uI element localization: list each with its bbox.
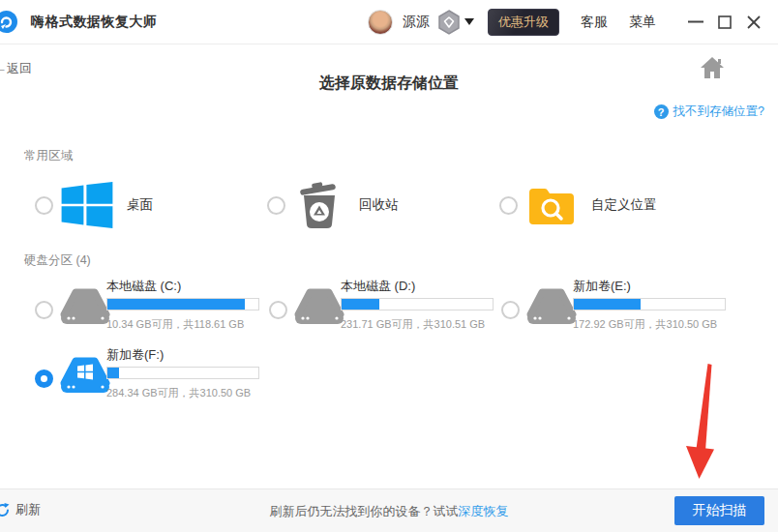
- question-icon: ?: [654, 104, 669, 119]
- membership-badge-icon[interactable]: [437, 10, 461, 35]
- refresh-hint: 刷新后仍无法找到你的设备？试试深度恢复: [0, 503, 778, 520]
- radio-recycle-bin[interactable]: [267, 196, 285, 215]
- drive-usage-fill: [107, 368, 119, 378]
- hard-drive-icon: [526, 288, 577, 329]
- deep-recovery-link[interactable]: 深度恢复: [459, 504, 509, 518]
- minimize-button[interactable]: [681, 8, 710, 37]
- option-custom-location[interactable]: 自定义位置: [499, 180, 657, 230]
- option-recycle-bin-label: 回收站: [359, 196, 399, 214]
- drive-usage-text: 284.34 GB可用，共310.50 GB: [106, 386, 251, 400]
- titlebar: 嗨格式数据恢复大师 源源 优惠升级 客服 菜单: [0, 0, 778, 44]
- drive-usage-bar: [341, 298, 494, 310]
- option-desktop[interactable]: 桌面: [35, 180, 153, 230]
- help-link[interactable]: ? 找不到存储位置?: [654, 103, 764, 120]
- drive-usage-bar: [106, 298, 259, 310]
- drive-name: 新加卷(E:): [573, 278, 631, 295]
- upgrade-button[interactable]: 优惠升级: [488, 9, 559, 36]
- drive-usage-fill: [574, 299, 641, 310]
- drive-name: 新加卷(F:): [106, 346, 164, 364]
- drive-usage-text: 10.34 GB可用，共118.61 GB: [106, 317, 244, 332]
- chevron-down-icon[interactable]: [464, 18, 474, 25]
- radio-desktop[interactable]: [35, 196, 53, 215]
- radio-drive-f-selected[interactable]: [35, 369, 53, 388]
- hard-drive-icon: [294, 288, 344, 329]
- app-title: 嗨格式数据恢复大师: [31, 14, 158, 31]
- drive-usage-text: 231.71 GB可用，共310.51 GB: [341, 317, 485, 332]
- drive-item-c[interactable]: 本地磁盘 (C:) 10.34 GB可用，共118.61 GB: [29, 277, 261, 335]
- menu-button[interactable]: 菜单: [629, 14, 656, 31]
- windows-logo-icon: [59, 180, 115, 230]
- avatar[interactable]: [368, 10, 393, 35]
- drive-name: 本地磁盘 (D:): [341, 278, 415, 295]
- option-custom-location-label: 自定义位置: [591, 196, 657, 214]
- radio-drive-d[interactable]: [269, 301, 287, 319]
- radio-drive-c[interactable]: [35, 301, 53, 319]
- start-scan-button[interactable]: 开始扫描: [674, 496, 764, 525]
- page-title: 选择原数据存储位置: [0, 74, 778, 94]
- radio-custom-location[interactable]: [499, 196, 518, 215]
- radio-drive-e[interactable]: [501, 301, 520, 319]
- app-window: 嗨格式数据恢复大师 源源 优惠升级 客服 菜单: [0, 0, 778, 532]
- option-recycle-bin[interactable]: 回收站: [267, 180, 399, 230]
- drive-usage-text: 172.92 GB可用，共310.50 GB: [573, 317, 717, 332]
- drive-item-d[interactable]: 本地磁盘 (D:) 231.71 GB可用，共310.51 GB: [263, 277, 495, 335]
- support-link[interactable]: 客服: [581, 14, 608, 31]
- drive-usage-fill: [342, 299, 379, 310]
- common-section-title: 常用区域: [24, 148, 73, 164]
- username[interactable]: 源源: [403, 14, 430, 31]
- drives-section-title: 硬盘分区 (4): [24, 252, 91, 269]
- hard-drive-icon: [60, 288, 110, 329]
- drive-item-f[interactable]: 新加卷(F:) 284.34 GB可用，共310.50 GB: [29, 345, 261, 403]
- option-desktop-label: 桌面: [127, 196, 153, 214]
- app-logo-icon: [0, 11, 17, 33]
- footer-bar: 刷新 刷新后仍无法找到你的设备？试试深度恢复 开始扫描: [0, 488, 778, 532]
- drive-usage-bar: [106, 367, 259, 379]
- drive-usage-bar: [573, 298, 726, 310]
- close-button[interactable]: [739, 8, 768, 37]
- hard-drive-selected-icon: [60, 357, 110, 398]
- recycle-bin-icon: [291, 180, 347, 230]
- drive-item-e[interactable]: 新加卷(E:) 172.92 GB可用，共310.50 GB: [495, 277, 728, 335]
- maximize-button[interactable]: [710, 8, 739, 37]
- drive-name: 本地磁盘 (C:): [106, 278, 181, 295]
- drive-usage-fill: [107, 299, 245, 310]
- search-folder-icon: [524, 180, 580, 230]
